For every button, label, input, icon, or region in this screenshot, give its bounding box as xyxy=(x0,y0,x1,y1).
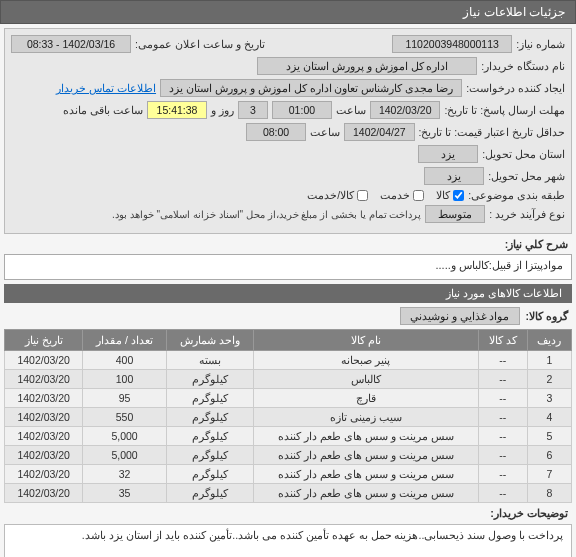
validity-date: 1402/04/27 xyxy=(344,123,415,141)
table-cell: -- xyxy=(478,351,527,370)
table-cell: کالباس xyxy=(253,370,478,389)
buyer-notes-label: توضیحات خریدار: xyxy=(0,503,576,520)
deadline-date: 1402/03/20 xyxy=(370,101,441,119)
deliver-city: یزد xyxy=(424,167,484,185)
deadline-time: 01:00 xyxy=(272,101,332,119)
table-cell: کیلوگرم xyxy=(166,370,253,389)
days-label: روز و xyxy=(211,104,234,116)
table-cell: 4 xyxy=(527,408,571,427)
panel-title: جزئیات اطلاعات نیاز xyxy=(463,5,565,19)
table-cell: 1402/03/20 xyxy=(5,427,83,446)
purchase-type: متوسط xyxy=(425,205,485,223)
items-table: ردیفکد کالانام کالاواحد شمارشتعداد / مقد… xyxy=(4,329,572,503)
class-goods-option[interactable]: کالا xyxy=(436,189,464,201)
table-cell: پنیر صبحانه xyxy=(253,351,478,370)
table-header: نام کالا xyxy=(253,330,478,351)
table-cell: -- xyxy=(478,465,527,484)
table-cell: سس مرینت و سس های طعم دار کننده xyxy=(253,427,478,446)
validity-time: 08:00 xyxy=(246,123,306,141)
table-row[interactable]: 4--سیب زمینی تازهکیلوگرم5501402/03/20 xyxy=(5,408,572,427)
deadline-time-label: ساعت xyxy=(336,104,366,116)
class-checkboxes: کالا خدمت کالا/خدمت xyxy=(307,189,464,201)
table-cell: 35 xyxy=(83,484,166,503)
announce-label: تاریخ و ساعت اعلان عمومی: xyxy=(135,38,265,50)
table-cell: بسته xyxy=(166,351,253,370)
deadline-label: مهلت ارسال پاسخ: تا تاریخ: xyxy=(444,104,565,116)
table-row[interactable]: 5--سس مرینت و سس های طعم دار کنندهکیلوگر… xyxy=(5,427,572,446)
table-cell: سیب زمینی تازه xyxy=(253,408,478,427)
table-cell: 5 xyxy=(527,427,571,446)
table-cell: 7 xyxy=(527,465,571,484)
days-value: 3 xyxy=(238,101,268,119)
table-cell: قارچ xyxy=(253,389,478,408)
class-both-option[interactable]: کالا/خدمت xyxy=(307,189,368,201)
buyer-org-label: نام دستگاه خریدار: xyxy=(481,60,565,72)
buyer-org-value: اداره کل اموزش و پرورش استان یزد xyxy=(257,57,477,75)
requester-value: رضا مجدی کارشناس تعاون اداره کل اموزش و … xyxy=(160,79,462,97)
table-cell: 8 xyxy=(527,484,571,503)
table-row[interactable]: 7--سس مرینت و سس های طعم دار کنندهکیلوگر… xyxy=(5,465,572,484)
need-no-value: 1102003948000113 xyxy=(392,35,512,53)
announce-value: 1402/03/16 - 08:33 xyxy=(11,35,131,53)
table-cell: کیلوگرم xyxy=(166,484,253,503)
class-service-checkbox[interactable] xyxy=(413,190,424,201)
table-cell: -- xyxy=(478,370,527,389)
table-cell: 5,000 xyxy=(83,427,166,446)
table-header: تعداد / مقدار xyxy=(83,330,166,351)
table-cell: 1402/03/20 xyxy=(5,389,83,408)
table-row[interactable]: 8--سس مرینت و سس های طعم دار کنندهکیلوگر… xyxy=(5,484,572,503)
table-header: ردیف xyxy=(527,330,571,351)
buyer-notes-box: پرداخت با وصول سند ذیحسابی..هزینه حمل به… xyxy=(4,524,572,557)
table-cell: -- xyxy=(478,446,527,465)
table-cell: 32 xyxy=(83,465,166,484)
group-value: مواد غذايي و نوشيدني xyxy=(400,307,520,325)
table-cell: 5,000 xyxy=(83,446,166,465)
table-row[interactable]: 2--کالباسکیلوگرم1001402/03/20 xyxy=(5,370,572,389)
table-cell: 550 xyxy=(83,408,166,427)
validity-time-label: ساعت xyxy=(310,126,340,138)
purchase-type-label: نوع فرآیند خرید : xyxy=(489,208,565,220)
panel-header: جزئیات اطلاعات نیاز xyxy=(0,0,576,24)
table-cell: -- xyxy=(478,484,527,503)
table-cell: 1402/03/20 xyxy=(5,484,83,503)
table-cell: 95 xyxy=(83,389,166,408)
table-cell: 1402/03/20 xyxy=(5,351,83,370)
group-row: گروه کالا: مواد غذايي و نوشيدني xyxy=(0,303,576,329)
buyer-notes-text: پرداخت با وصول سند ذیحسابی..هزینه حمل به… xyxy=(82,529,563,541)
table-cell: -- xyxy=(478,427,527,446)
table-cell: سس مرینت و سس های طعم دار کننده xyxy=(253,484,478,503)
table-cell: سس مرینت و سس های طعم دار کننده xyxy=(253,446,478,465)
deliver-province: یزد xyxy=(418,145,478,163)
table-cell: 2 xyxy=(527,370,571,389)
class-service-option[interactable]: خدمت xyxy=(380,189,424,201)
table-row[interactable]: 1--پنیر صبحانهبسته4001402/03/20 xyxy=(5,351,572,370)
table-cell: 1402/03/20 xyxy=(5,408,83,427)
table-cell: 6 xyxy=(527,446,571,465)
table-row[interactable]: 3--قارچکیلوگرم951402/03/20 xyxy=(5,389,572,408)
deliver-city-label: شهر محل تحویل: xyxy=(488,170,565,182)
group-label: گروه کالا: xyxy=(526,310,568,322)
remain-label: ساعت باقی مانده xyxy=(63,104,143,116)
table-header: تاریخ نیاز xyxy=(5,330,83,351)
purchase-note: پرداخت تمام یا بخشی از مبلغ خرید،از محل … xyxy=(112,209,421,220)
desc-label: شرح کلي نیاز: xyxy=(505,238,568,250)
table-row[interactable]: 6--سس مرینت و سس های طعم دار کنندهکیلوگر… xyxy=(5,446,572,465)
table-header: کد کالا xyxy=(478,330,527,351)
desc-text: موادپیتزا از قبیل:کالباس و..... xyxy=(435,259,563,271)
table-cell: کیلوگرم xyxy=(166,408,253,427)
table-cell: -- xyxy=(478,408,527,427)
class-both-checkbox[interactable] xyxy=(357,190,368,201)
table-cell: 1402/03/20 xyxy=(5,370,83,389)
table-cell: 1402/03/20 xyxy=(5,446,83,465)
contact-link[interactable]: اطلاعات تماس خریدار xyxy=(56,82,156,94)
info-panel: شماره نیاز: 1102003948000113 تاریخ و ساع… xyxy=(4,28,572,234)
class-goods-checkbox[interactable] xyxy=(453,190,464,201)
table-cell: کیلوگرم xyxy=(166,465,253,484)
table-cell: کیلوگرم xyxy=(166,389,253,408)
remain-time: 15:41:38 xyxy=(147,101,207,119)
validity-label: حداقل تاریخ اعتبار قیمت: تا تاریخ: xyxy=(419,126,565,138)
table-cell: 100 xyxy=(83,370,166,389)
requester-label: ایجاد کننده درخواست: xyxy=(466,82,565,94)
table-cell: 1 xyxy=(527,351,571,370)
table-cell: 400 xyxy=(83,351,166,370)
